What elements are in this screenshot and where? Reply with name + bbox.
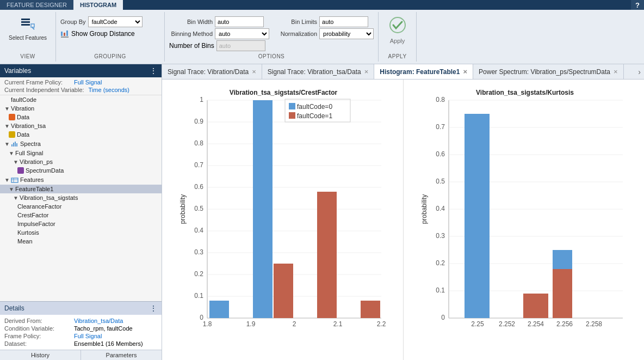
bin-width-input[interactable] [215, 16, 264, 27]
tree-item-mean[interactable]: Mean [0, 237, 162, 246]
chevron-feature-table1: ▼ [9, 186, 14, 192]
tree-label-vibration-data: Data [17, 114, 29, 120]
tree-item-feature-table1[interactable]: ▼ FeatureTable1 [0, 185, 162, 193]
group-by-select[interactable]: faultCode [88, 16, 143, 27]
condition-variable-key: Condition Variable: [4, 325, 70, 332]
show-group-distance-label: Show Group Distance [71, 30, 135, 38]
svg-text:0.9: 0.9 [195, 118, 204, 125]
dataset-value: Ensemble1 (16 Members) [74, 340, 143, 347]
tree-item-vibration-tsa-sigstats[interactable]: ▼ Vibration_tsa_sigstats [0, 193, 162, 202]
svg-text:2.254: 2.254 [528, 320, 544, 328]
chart-panel-crest-factor: Vibration_tsa_sigstats/CrestFactor fault… [162, 80, 403, 360]
svg-rect-3 [31, 24, 34, 27]
tree-item-impulse-factor[interactable]: ImpulseFactor [0, 219, 162, 228]
dataset-row: Dataset: Ensemble1 (16 Members) [4, 340, 157, 347]
tree-item-spectrum-data[interactable]: SpectrumData [0, 166, 162, 175]
svg-text:probability: probability [420, 194, 428, 224]
tree-item-vibration-tsa[interactable]: ▼ Vibration_tsa [0, 121, 162, 130]
svg-rect-55 [274, 264, 293, 318]
binning-method-select[interactable]: auto [215, 28, 269, 39]
tree-item-vibration-tsa-data[interactable]: Data [0, 130, 162, 139]
svg-text:Vibration_tsa_sigstats/CrestFa: Vibration_tsa_sigstats/CrestFactor [230, 89, 338, 96]
svg-text:1: 1 [200, 96, 204, 103]
derived-from-value[interactable]: Vibration_tsa/Data [74, 318, 123, 324]
select-features-button[interactable]: Select Features [4, 14, 51, 44]
svg-text:0.5: 0.5 [436, 178, 445, 185]
svg-text:faultCode=0: faultCode=0 [297, 103, 332, 111]
details-content: Derived From: Vibration_tsa/Data Conditi… [0, 315, 162, 350]
tree-item-clearance-factor[interactable]: ClearanceFactor [0, 202, 162, 211]
show-group-distance-row[interactable]: Show Group Distance [60, 29, 160, 38]
left-panel: Variables ⋮ Current Frame Policy: Full S… [0, 64, 162, 360]
current-frame-policy-value[interactable]: Full Signal [74, 79, 102, 86]
svg-rect-1 [21, 21, 30, 23]
chevron-spectra: ▼ [4, 141, 10, 147]
tab-power-spectrum[interactable]: Power Spectrum: Vibration_ps/SpectrumDat… [473, 64, 624, 79]
binning-method-label: Binning Method [169, 30, 213, 37]
bin-limits-input[interactable] [319, 16, 368, 27]
svg-text:2.2: 2.2 [377, 320, 386, 328]
svg-text:0.5: 0.5 [195, 205, 204, 212]
tree-label-vibration-ps: Vibration_ps [20, 158, 53, 165]
tab-histogram[interactable]: HISTOGRAM [73, 0, 123, 10]
bin-width-row: Bin Width [169, 16, 269, 27]
tab-label-power-spectrum: Power Spectrum: Vibration_ps/SpectrumDat… [479, 68, 610, 76]
variables-menu-icon[interactable]: ⋮ [150, 66, 157, 75]
tree-item-faultcode[interactable]: faultCode [0, 95, 162, 104]
tree-item-kurtosis[interactable]: Kurtosis [0, 228, 162, 237]
tab-signal-trace-vibration[interactable]: Signal Trace: Vibration/Data × [162, 64, 262, 79]
group-by-row: Group By faultCode [60, 16, 160, 27]
tree-item-crest-factor[interactable]: CrestFactor [0, 211, 162, 219]
svg-rect-7 [66, 30, 68, 36]
details-menu-icon[interactable]: ⋮ [150, 304, 157, 313]
apply-icon [389, 16, 406, 38]
tree-item-vibration[interactable]: ▼ Vibration [0, 104, 162, 113]
chart-crest-factor-svg: Vibration_tsa_sigstats/CrestFactor fault… [177, 84, 389, 351]
group-by-label: Group By [60, 19, 85, 25]
chevron-vibration-tsa-sigstats: ▼ [13, 195, 18, 201]
tabs-overflow-button[interactable]: › [635, 68, 644, 76]
tree-item-spectra[interactable]: ▼ Spectra [0, 139, 162, 149]
tab-histogram-feature-table1[interactable]: Histogram: FeatureTable1 × [374, 64, 473, 79]
frame-policy-key: Frame Policy: [4, 333, 70, 339]
tree-label-mean: Mean [17, 238, 33, 245]
svg-rect-18 [289, 103, 295, 109]
normalization-select[interactable]: probability [319, 28, 374, 39]
svg-text:0.1: 0.1 [436, 286, 445, 294]
svg-text:Vibration_tsa_sigstats/Kurtosi: Vibration_tsa_sigstats/Kurtosis [476, 89, 574, 96]
details-header[interactable]: Details ⋮ [0, 301, 162, 315]
details-title: Details [4, 304, 24, 312]
ribbon-options-section: Bin Width Bin Limits Binning Method auto… [165, 12, 379, 62]
svg-text:0.4: 0.4 [436, 205, 445, 212]
tab-close-histogram-feature-table1[interactable]: × [463, 68, 467, 75]
number-of-bins-input[interactable] [216, 40, 265, 51]
tree-item-vibration-data[interactable]: Data [0, 113, 162, 121]
svg-text:0.8: 0.8 [195, 139, 204, 147]
tab-label-signal-trace-vibration: Signal Trace: Vibration/Data [168, 68, 249, 76]
variables-header[interactable]: Variables ⋮ [0, 64, 162, 77]
frame-policy-value[interactable]: Full Signal [74, 333, 102, 339]
tree-item-vibration-ps[interactable]: ▼ Vibration_ps [0, 157, 162, 166]
tab-signal-trace-vibration-tsa[interactable]: Signal Trace: Vibration_tsa/Data × [262, 64, 374, 79]
parameters-button[interactable]: Parameters [81, 350, 162, 360]
svg-rect-88 [553, 250, 572, 269]
tree-item-features[interactable]: ▼ Features [0, 175, 162, 185]
history-button[interactable]: History [0, 350, 81, 360]
svg-rect-56 [317, 192, 337, 318]
frame-policy-row: Frame Policy: Full Signal [4, 332, 157, 340]
frame-policy-bar: Current Frame Policy: Full Signal Curren… [0, 77, 162, 95]
tab-feature-designer[interactable]: FEATURE DESIGNER [0, 0, 73, 10]
tab-close-power-spectrum[interactable]: × [614, 68, 618, 75]
svg-rect-54 [253, 100, 273, 318]
apply-button[interactable]: Apply [385, 14, 411, 46]
svg-rect-86 [523, 294, 548, 318]
select-features-icon [20, 16, 35, 35]
tab-close-signal-trace-vibration-tsa[interactable]: × [364, 68, 369, 75]
normalization-label: Normalization [274, 30, 317, 37]
bottom-buttons: History Parameters [0, 350, 162, 360]
tab-close-signal-trace-vibration[interactable]: × [252, 68, 256, 75]
help-button[interactable]: ? [631, 0, 644, 10]
tree-label-feature-table1: FeatureTable1 [15, 186, 53, 192]
current-independent-variable-value[interactable]: Time (seconds) [89, 87, 129, 93]
tree-item-full-signal[interactable]: ▼ Full Signal [0, 149, 162, 157]
